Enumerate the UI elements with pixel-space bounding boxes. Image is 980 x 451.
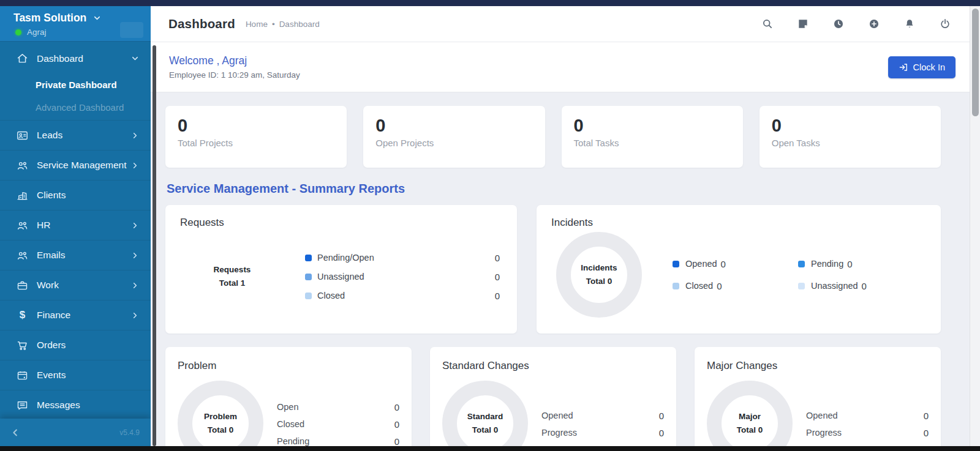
header-icons xyxy=(761,18,951,30)
legend-chip xyxy=(305,255,312,261)
submenu-item-label: Private Dashboard xyxy=(36,80,117,90)
sidebar-item-events[interactable]: Events xyxy=(0,360,151,390)
dashboard-content: 0 Total Projects 0 Open Projects 0 Total… xyxy=(151,92,970,446)
donut-center-label: Standard Total 0 xyxy=(451,410,519,436)
stat-value: 0 xyxy=(178,116,334,136)
legend-chip xyxy=(798,283,805,289)
breadcrumb-home-link[interactable]: Home xyxy=(246,20,268,29)
time-clock-icon[interactable] xyxy=(832,18,845,30)
legend-chip xyxy=(673,261,679,267)
welcome-greeting: Welcome , Agraj xyxy=(169,54,300,67)
bell-icon[interactable] xyxy=(903,18,916,30)
stat-value: 0 xyxy=(772,116,929,136)
note-icon[interactable] xyxy=(797,18,809,30)
cart-icon xyxy=(16,339,29,352)
requests-legend: Pending/Open 0 Unassigned 0 Closed 0 xyxy=(305,250,500,303)
stat-value: 0 xyxy=(375,116,532,136)
section-title: Service Management - Summary Reports xyxy=(167,182,941,196)
legend-row: Pending 0 xyxy=(798,259,924,269)
welcome-band: Welcome , Agraj Employee ID: 1 10:29 am,… xyxy=(151,42,970,92)
power-icon[interactable] xyxy=(939,18,951,30)
card-title: Requests xyxy=(180,217,500,229)
chevron-right-icon xyxy=(130,221,140,230)
donut-center-label: Incidents Total 0 xyxy=(565,261,633,288)
sidebar-item-advanced-dashboard[interactable]: Advanced Dashboard xyxy=(0,96,151,119)
collapse-sidebar-button[interactable] xyxy=(10,427,21,438)
briefcase-icon xyxy=(16,279,29,292)
requests-body: Requests Total 1 Pending/Open 0 Unassign… xyxy=(180,234,500,319)
dashboard-submenu: Private Dashboard Advanced Dashboard xyxy=(0,73,151,121)
sidebar-item-label: HR xyxy=(37,220,50,231)
incidents-legend: Opened 0 Closed 0 xyxy=(673,259,924,291)
dollar-icon: $ xyxy=(16,309,29,322)
clock-in-label: Clock In xyxy=(913,62,945,72)
online-status-dot xyxy=(15,29,21,35)
sidebar-item-service-management[interactable]: Service Management xyxy=(0,151,151,181)
employee-meta: Employee ID: 1 10:29 am, Saturday xyxy=(169,70,300,80)
page-scrollbar-thumb[interactable] xyxy=(972,9,979,116)
stat-label: Total Tasks xyxy=(574,138,731,148)
sidebar-item-finance[interactable]: $ Finance xyxy=(0,300,151,330)
legend-row: Opened 0 xyxy=(541,408,664,423)
sidebar-item-dashboard[interactable]: Dashboard xyxy=(0,43,151,73)
card-title: Standard Changes xyxy=(442,360,664,372)
major-changes-card: Major Changes Major Total 0 Opened 0 xyxy=(695,347,941,446)
sidebar-brand: Tasm Solution Agraj xyxy=(0,6,151,42)
brand-name: Tasm Solution xyxy=(13,12,86,24)
incidents-body: Incidents Total 0 Opened 0 xyxy=(551,232,924,318)
home-icon xyxy=(16,52,29,65)
sidebar-item-label: Dashboard xyxy=(37,53,83,64)
sidebar-item-label: Work xyxy=(37,280,59,291)
sidebar-menu: Dashboard Private Dashboard Advanced Das… xyxy=(0,42,151,420)
stat-label: Open Tasks xyxy=(772,138,929,148)
user-name: Agraj xyxy=(27,28,47,37)
major-changes-legend: Opened 0 Progress 0 xyxy=(806,408,929,441)
welcome-text-block: Welcome , Agraj Employee ID: 1 10:29 am,… xyxy=(169,54,300,80)
standard-changes-legend: Opened 0 Progress 0 xyxy=(541,408,664,441)
reports-row-2: Problem Problem Total 0 Open 0 xyxy=(165,347,941,446)
sidebar-item-label: Service Management xyxy=(37,160,126,171)
chat-icon xyxy=(16,399,29,412)
legend-row: Progress 0 xyxy=(541,425,664,441)
building-icon xyxy=(16,189,29,202)
sidebar-item-orders[interactable]: Orders xyxy=(0,330,151,360)
sidebar-item-hr[interactable]: HR xyxy=(0,211,151,240)
incidents-donut-chart: Incidents Total 0 xyxy=(556,232,642,318)
sidebar-item-messages[interactable]: Messages xyxy=(0,390,151,420)
users-icon xyxy=(16,219,29,232)
sidebar-item-private-dashboard[interactable]: Private Dashboard xyxy=(0,73,151,96)
page-scrollbar xyxy=(970,6,980,446)
sidebar-item-label: Clients xyxy=(37,190,66,201)
chevron-right-icon xyxy=(130,311,140,320)
legend-row: Closed 0 xyxy=(673,281,798,291)
sidebar-item-leads[interactable]: Leads xyxy=(0,121,151,151)
sidebar-item-label: Emails xyxy=(37,250,66,261)
sidebar-item-work[interactable]: Work xyxy=(0,270,151,300)
sign-in-icon xyxy=(899,62,908,72)
users-icon xyxy=(16,249,29,262)
sidebar-item-clients[interactable]: Clients xyxy=(0,181,151,211)
stat-value: 0 xyxy=(574,116,731,136)
sidebar-item-emails[interactable]: Emails xyxy=(0,240,151,270)
legend-row: Open 0 xyxy=(277,400,399,415)
legend-row: Closed 0 xyxy=(305,288,500,303)
incidents-card: Incidents Incidents Total 0 Opened xyxy=(537,205,941,334)
search-icon[interactable] xyxy=(761,18,774,30)
workspace-switcher[interactable]: Tasm Solution xyxy=(13,12,138,24)
sidebar-footer: v5.4.9 xyxy=(0,419,151,446)
legend-row: Pending 0 xyxy=(277,434,399,447)
brand-logo-placeholder xyxy=(120,22,143,38)
chevron-right-icon xyxy=(130,131,140,140)
chevron-down-icon xyxy=(130,54,140,63)
requests-total-label: Requests Total 1 xyxy=(180,263,284,289)
card-title: Incidents xyxy=(551,217,924,229)
reports-row-1: Requests Requests Total 1 Pending/Open 0 xyxy=(165,205,941,334)
bottom-black-strip xyxy=(0,446,980,451)
sidebar-scrollbar-thumb[interactable] xyxy=(153,45,156,446)
clock-in-button[interactable]: Clock In xyxy=(888,56,956,78)
stat-label: Total Projects xyxy=(178,138,334,148)
breadcrumb-current: Dashboard xyxy=(279,20,320,29)
standard-changes-card: Standard Changes Standard Total 0 Opened… xyxy=(430,347,676,446)
chevron-down-icon xyxy=(92,13,102,23)
add-circle-icon[interactable] xyxy=(868,18,880,30)
